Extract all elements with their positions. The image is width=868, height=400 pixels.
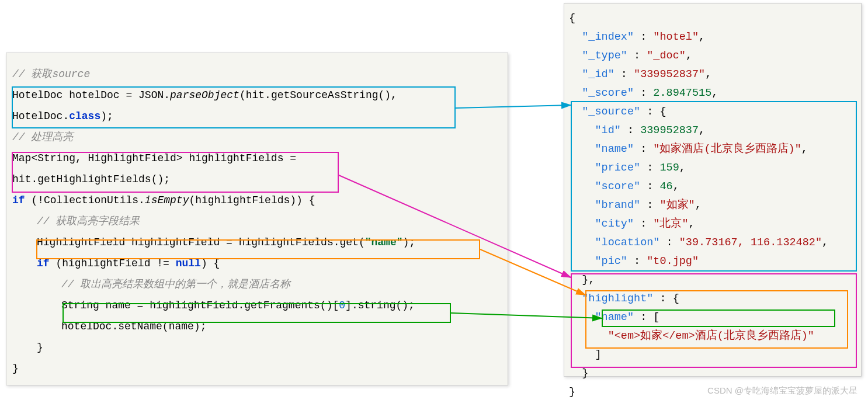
json: : [614,68,634,81]
code: ) { [201,258,220,269]
json-key: "_index" [582,31,634,43]
json-val: "hotel" [653,31,699,43]
json: , [711,87,718,99]
json: : [634,87,653,99]
comment-first-fragment: // 取出高亮结果数组中的第一个，就是酒店名称 [61,279,290,290]
code: (!CollectionUtils. [25,194,145,206]
code: isEmpty [145,194,189,206]
json-val: "339952837" [634,68,705,81]
keyword-if: if [12,194,25,206]
json: } [582,367,588,380]
comment-highlight: // 处理高亮 [12,131,73,143]
hl-box-em-value [602,309,835,327]
keyword-if: if [37,258,50,269]
code: } [37,342,43,353]
hl-box-getname [36,239,480,259]
code: (highlightFields)) { [189,194,315,206]
hl-box-source-json [571,101,857,272]
hl-box-source-java [12,86,456,128]
json-key: "_score" [582,87,634,99]
json: , [705,68,711,81]
hl-box-fragments [63,303,451,323]
keyword-null: null [176,258,201,269]
json-key: "_id" [582,68,614,81]
comment-source: // 获取source [12,68,90,80]
json: , [699,31,705,43]
json: { [569,9,856,28]
json: : [627,50,647,62]
code: (highlightField != [50,258,176,269]
json-val: "_doc" [647,50,686,62]
json: : [634,31,653,43]
json: , [686,50,692,62]
comment-get-field: // 获取高亮字段结果 [37,215,140,227]
watermark: CSDN @专吃海绵宝宝菠萝屋的派大星 [707,385,857,396]
json-key: "_type" [582,50,627,62]
hl-box-highlightmap [12,152,339,193]
json-val: 2.8947515 [653,87,711,99]
code: } [12,363,19,374]
